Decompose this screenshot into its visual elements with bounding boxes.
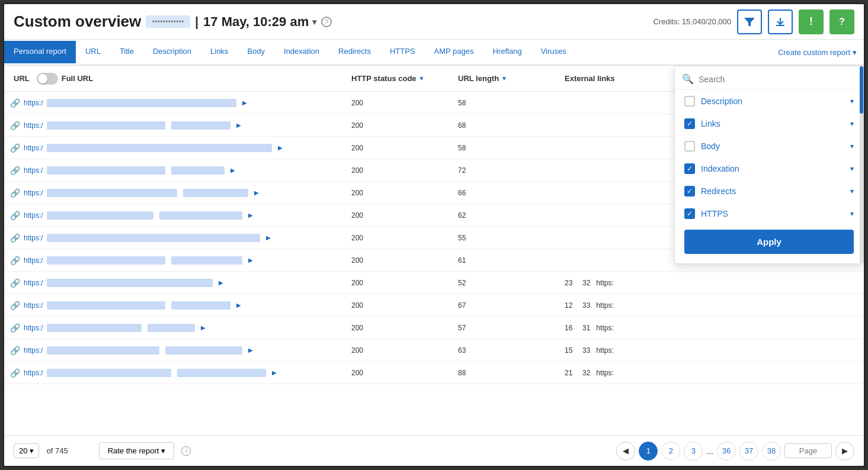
create-custom-report-button[interactable]: Create custom report ▾ <box>778 48 857 57</box>
export-button[interactable] <box>768 9 793 34</box>
http-status: 200 <box>342 166 449 175</box>
page-3-button[interactable]: 3 <box>684 442 703 461</box>
url-length: 63 <box>449 346 555 355</box>
url-blur <box>47 324 142 332</box>
indexation-checkbox[interactable]: ✓ <box>684 163 695 174</box>
tab-title[interactable]: Title <box>110 41 143 63</box>
panel-item-indexation[interactable]: ✓ Indexation ▾ <box>675 157 863 180</box>
row-expand-icon[interactable]: ▶ <box>248 257 253 263</box>
prev-page-button[interactable]: ◀ <box>616 442 635 461</box>
per-page-selector[interactable]: 20 ▾ <box>14 443 39 458</box>
rate-report-dropdown-icon: ▾ <box>161 446 165 455</box>
panel-item-https[interactable]: ✓ HTTPS ▾ <box>675 202 863 225</box>
row-expand-icon[interactable]: ▶ <box>266 234 271 241</box>
full-url-label: Full URL <box>62 74 93 83</box>
ext-links: 15 33 https: <box>555 346 864 355</box>
rate-report-button[interactable]: Rate the report ▾ <box>99 442 175 459</box>
url-blur <box>47 346 159 355</box>
http-status: 200 <box>342 234 449 242</box>
panel-scrollbar <box>860 66 863 263</box>
links-checkbox[interactable]: ✓ <box>684 118 695 129</box>
redirects-checkbox[interactable]: ✓ <box>684 186 695 197</box>
row-expand-icon[interactable]: ▶ <box>236 122 241 128</box>
tab-viruses[interactable]: Viruses <box>531 41 576 63</box>
url-link-icon: 🔗 <box>10 166 20 175</box>
full-url-toggle[interactable]: Full URL <box>37 73 93 85</box>
url-length: 67 <box>449 301 555 310</box>
url-link-icon: 🔗 <box>10 301 20 310</box>
row-expand-icon[interactable]: ▶ <box>236 302 241 308</box>
http-status: 200 <box>342 346 449 355</box>
row-expand-icon[interactable]: ▶ <box>272 369 277 376</box>
body-checkbox[interactable] <box>684 141 695 152</box>
row-expand-icon[interactable]: ▶ <box>254 189 259 196</box>
page-37-button[interactable]: 37 <box>739 442 758 461</box>
search-input[interactable] <box>699 75 856 84</box>
row-expand-icon[interactable]: ▶ <box>278 144 283 151</box>
panel-item-redirects[interactable]: ✓ Redirects ▾ <box>675 180 863 202</box>
tab-links[interactable]: Links <box>201 41 238 63</box>
https-checkbox[interactable]: ✓ <box>684 208 695 219</box>
links-label: Links <box>701 119 844 128</box>
svg-marker-0 <box>744 18 755 27</box>
tab-https[interactable]: HTTPS <box>380 41 425 63</box>
panel-item-body[interactable]: Body ▾ <box>675 135 863 157</box>
full-url-switch[interactable] <box>37 73 58 85</box>
table-area: URL Full URL HTTP status code ▼ URL leng… <box>4 66 864 435</box>
help-button[interactable]: ? <box>829 9 854 34</box>
tab-body[interactable]: Body <box>238 41 274 63</box>
row-expand-icon[interactable]: ▶ <box>219 279 223 286</box>
url-cell: 🔗 https:/ ▶ <box>4 346 342 355</box>
url-blur <box>47 369 171 377</box>
tab-personal-report[interactable]: Personal report <box>4 41 76 63</box>
col-http-header[interactable]: HTTP status code ▼ <box>342 74 449 83</box>
url-link-icon: 🔗 <box>10 256 20 265</box>
page-ellipsis: ... <box>706 446 713 456</box>
row-expand-icon[interactable]: ▶ <box>230 167 235 173</box>
tab-description[interactable]: Description <box>143 41 201 63</box>
row-expand-icon[interactable]: ▶ <box>248 212 253 218</box>
row-expand-icon[interactable]: ▶ <box>242 99 247 106</box>
page-2-button[interactable]: 2 <box>661 442 680 461</box>
panel-item-links[interactable]: ✓ Links ▾ <box>675 112 863 135</box>
next-page-button[interactable]: ▶ <box>835 442 854 461</box>
description-checkbox[interactable] <box>684 96 695 107</box>
page-input[interactable] <box>784 443 832 458</box>
row-expand-icon[interactable]: ▶ <box>201 324 206 331</box>
url-cell: 🔗 https:/ ▶ <box>4 98 342 108</box>
filter-button[interactable] <box>737 9 762 34</box>
date-info-icon[interactable]: ? <box>321 17 332 27</box>
tab-indexation[interactable]: Indexation <box>274 41 329 63</box>
url-link-icon: 🔗 <box>10 211 20 220</box>
page-38-button[interactable]: 38 <box>762 442 781 461</box>
apply-button[interactable]: Apply <box>684 230 854 254</box>
date-separator: | <box>195 14 198 30</box>
url-blur <box>47 279 213 287</box>
panel-item-description[interactable]: Description ▾ <box>675 90 863 112</box>
url-blur2 <box>171 121 230 130</box>
tab-hreflang[interactable]: Hreflang <box>483 41 531 63</box>
table-row: 🔗 https:/ ▶ 200 57 16 31 https: <box>4 317 864 339</box>
page-36-button[interactable]: 36 <box>717 442 736 461</box>
url-length: 61 <box>449 256 555 265</box>
redirects-label: Redirects <box>701 186 844 196</box>
per-page-value: 20 <box>19 446 27 455</box>
tab-url[interactable]: URL <box>76 41 110 63</box>
per-page-select-box[interactable]: 20 ▾ <box>14 443 39 458</box>
url-cell: 🔗 https:/ ▶ <box>4 211 342 220</box>
date-dropdown-icon[interactable]: ▾ <box>312 17 316 27</box>
url-link-icon: 🔗 <box>10 346 20 355</box>
url-link-icon: 🔗 <box>10 188 20 198</box>
tab-redirects[interactable]: Redirects <box>329 41 380 63</box>
url-cell: 🔗 https:/ ▶ <box>4 301 342 310</box>
date-display[interactable]: 17 May, 10:29 am ▾ <box>203 14 316 30</box>
alert-button[interactable]: ! <box>799 9 824 34</box>
tab-amp-pages[interactable]: AMP pages <box>425 41 483 63</box>
url-blur2 <box>183 189 248 197</box>
page-1-button[interactable]: 1 <box>639 442 658 461</box>
https-label: HTTPS <box>701 209 844 218</box>
url-link-icon: 🔗 <box>10 143 20 153</box>
col-url-length-header[interactable]: URL length ▼ <box>449 74 555 83</box>
row-expand-icon[interactable]: ▶ <box>248 347 253 353</box>
url-blur <box>47 234 260 242</box>
